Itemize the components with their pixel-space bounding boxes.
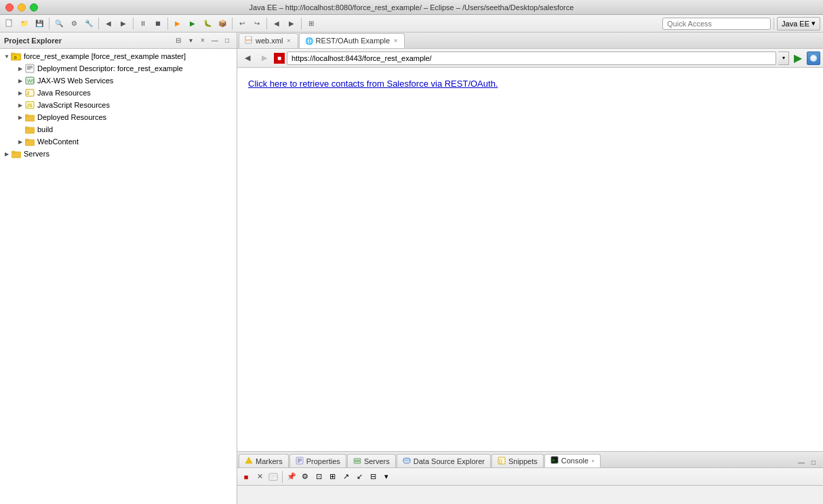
bottom-tab-properties[interactable]: Properties: [289, 454, 346, 467]
toolbar-btn-10[interactable]: 📦: [216, 17, 229, 30]
tree-item-root[interactable]: ▼ ⚙ force_rest_example [force_rest_examp…: [0, 50, 237, 62]
perspective-button[interactable]: Java EE ▾: [777, 17, 820, 30]
console-settings-button[interactable]: ⚙: [299, 471, 311, 483]
svg-rect-19: [25, 127, 28, 129]
tree-arrow-servers: ▶: [3, 150, 11, 158]
tree-item-webcontent[interactable]: ▶ WebContent: [0, 135, 237, 148]
bottom-panel-maximize-button[interactable]: □: [808, 457, 819, 467]
toolbar-new-button[interactable]: [3, 17, 16, 30]
svg-text:SF: SF: [811, 57, 815, 61]
forward-button[interactable]: ▶: [257, 51, 272, 65]
toolbar-debug-button[interactable]: 🐛: [201, 17, 214, 30]
browser-tab-icon: 🌐: [305, 37, 313, 45]
stop-button[interactable]: ■: [274, 53, 285, 64]
sidebar-max-button[interactable]: □: [222, 35, 233, 46]
toolbar-btn-13[interactable]: ◀: [270, 17, 283, 30]
sidebar-title: Project Explorer: [4, 37, 62, 45]
retrieve-contacts-link[interactable]: Click here to retrieve contacts from Sal…: [248, 79, 498, 89]
tree-arrow-js: ▶: [16, 101, 24, 109]
tree-item-servers[interactable]: ▶ Servers: [0, 148, 237, 160]
toolbar-separator-5: [232, 18, 233, 30]
toolbar-btn-2[interactable]: 🔍: [52, 17, 66, 30]
tree-root-label: force_rest_example [force_rest_example m…: [24, 52, 186, 60]
tab-webxml[interactable]: xml web.xml ×: [239, 33, 298, 48]
js-icon: JS: [24, 100, 35, 110]
bottom-tab-servers[interactable]: Servers: [347, 454, 396, 467]
browse-salesforce-button[interactable]: SF: [807, 51, 820, 65]
console-option-4[interactable]: ↙: [353, 471, 365, 483]
build-icon: [24, 124, 35, 135]
tree-deployed-label: Deployed Resources: [37, 113, 106, 121]
console-option-2[interactable]: ⊞: [326, 471, 338, 483]
content-area: xml web.xml × 🌐 REST/OAuth Example × ◀ ▶…: [237, 33, 823, 504]
sidebar-collapse-button[interactable]: ⊟: [173, 35, 184, 46]
toolbar-save-button[interactable]: 💾: [33, 17, 46, 30]
sidebar-close-button[interactable]: ×: [197, 35, 208, 46]
titlebar: Java EE – http://localhost:8080/force_re…: [0, 0, 823, 15]
minimize-button[interactable]: [18, 3, 26, 12]
main-layout: Project Explorer ⊟ ▾ × — □ ▼ ⚙: [0, 33, 823, 504]
bottom-tabs-left: Markers Properties Servers: [239, 454, 601, 467]
toolbar-btn-11[interactable]: ↩: [235, 17, 249, 30]
bottom-tab-markers[interactable]: Markers: [239, 454, 289, 467]
tree-item-js[interactable]: ▶ JS JavaScript Resources: [0, 99, 237, 111]
console-close-icon[interactable]: ×: [591, 458, 595, 464]
xml-file-icon: xml: [245, 36, 253, 45]
toolbar-open-button[interactable]: 📁: [18, 17, 31, 30]
pin-console-button[interactable]: 📌: [285, 471, 298, 483]
tab-rest-oauth-close[interactable]: ×: [393, 37, 399, 45]
window-controls[interactable]: [5, 3, 38, 12]
tab-webxml-close[interactable]: ×: [285, 37, 292, 45]
toolbar-btn-7[interactable]: ⏸: [136, 17, 150, 30]
tree-item-java[interactable]: ▶ J Java Resources: [0, 87, 237, 99]
tree-arrow-deployed: ▶: [16, 113, 24, 121]
quick-access-input[interactable]: [662, 18, 771, 30]
toolbar-btn-14[interactable]: ▶: [285, 17, 298, 30]
tree-jaxws-label: JAX-WS Web Services: [37, 77, 113, 85]
remove-console-button[interactable]: ✕: [254, 471, 266, 483]
toolbar-separator-3: [133, 18, 134, 30]
maximize-button[interactable]: [30, 3, 38, 12]
close-button[interactable]: [5, 3, 14, 12]
url-input[interactable]: [287, 51, 776, 65]
url-dropdown-button[interactable]: ▾: [778, 51, 789, 65]
console-option-3[interactable]: ↗: [340, 471, 352, 483]
console-option-6[interactable]: ▾: [380, 471, 393, 483]
sidebar-menu-button[interactable]: ▾: [185, 35, 196, 46]
back-button[interactable]: ◀: [240, 51, 255, 65]
perspective-dropdown-icon: ▾: [811, 19, 816, 28]
tree-deployment-label: Deployment Descriptor: force_rest_exampl…: [37, 64, 183, 72]
tree-js-label: JavaScript Resources: [37, 101, 110, 109]
sidebar-min-button[interactable]: —: [209, 35, 220, 46]
tree-item-deployed[interactable]: ▶ Deployed Resources: [0, 111, 237, 123]
tab-rest-oauth[interactable]: 🌐 REST/OAuth Example ×: [299, 33, 405, 48]
tree-item-build[interactable]: ▶ build: [0, 123, 237, 135]
toolbar-btn-5[interactable]: ◀: [102, 17, 115, 30]
console-option-5[interactable]: ⊟: [367, 471, 379, 483]
tree-item-jaxws[interactable]: ▶ WS JAX-WS Web Services: [0, 75, 237, 87]
toolbar-btn-15[interactable]: ⊞: [304, 17, 318, 30]
sidebar: Project Explorer ⊟ ▾ × — □ ▼ ⚙: [0, 33, 237, 504]
console-option-1[interactable]: ⊡: [313, 471, 325, 483]
tree-item-deployment[interactable]: ▶ Deployment Descriptor: force_rest_exam…: [0, 62, 237, 75]
toolbar-btn-4[interactable]: 🔧: [82, 17, 96, 30]
toolbar-btn-6[interactable]: ▶: [117, 17, 130, 30]
bottom-tab-datasource-label: Data Source Explorer: [414, 457, 485, 465]
toolbar-btn-12[interactable]: ↪: [250, 17, 264, 30]
bottom-tab-console[interactable]: >_ Console ×: [544, 454, 601, 467]
terminate-button[interactable]: ■: [240, 471, 252, 483]
bottom-tab-datasource[interactable]: Data Source Explorer: [397, 454, 491, 467]
go-button[interactable]: ▶: [791, 51, 805, 65]
properties-icon: [296, 457, 304, 466]
toolbar-run-button[interactable]: ▶: [186, 17, 199, 30]
bottom-panel-minimize-button[interactable]: —: [796, 457, 807, 467]
toolbar-btn-8[interactable]: ⏹: [151, 17, 165, 30]
svg-text:J: J: [26, 91, 29, 96]
deployment-icon: [24, 63, 35, 74]
clear-console-button[interactable]: [267, 471, 279, 483]
toolbar-btn-3[interactable]: ⚙: [67, 17, 81, 30]
bottom-tab-snippets[interactable]: {} Snippets: [491, 454, 544, 467]
jaxws-icon: WS: [24, 75, 35, 86]
toolbar-btn-9[interactable]: ▶: [171, 17, 184, 30]
svg-text:WS: WS: [27, 78, 35, 84]
